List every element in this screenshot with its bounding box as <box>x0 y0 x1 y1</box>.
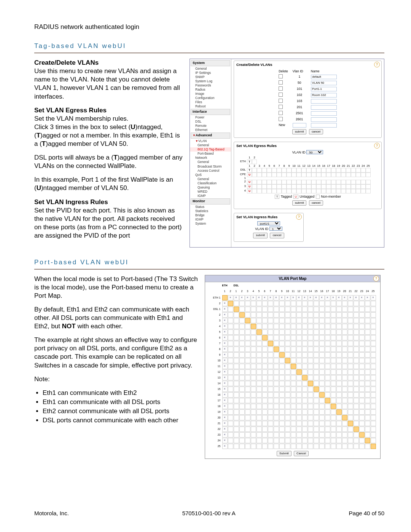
port-map-cell[interactable] <box>331 364 336 369</box>
port-map-cell[interactable] <box>354 358 359 363</box>
tree-item[interactable]: IP Settings <box>190 71 231 75</box>
port-map-cell[interactable] <box>234 324 239 329</box>
port-map-cell[interactable] <box>342 387 347 392</box>
egress-cell[interactable]: U <box>247 184 252 189</box>
port-map-cell[interactable] <box>245 347 250 352</box>
port-map-cell[interactable] <box>268 312 273 318</box>
egress-cell[interactable] <box>361 168 366 173</box>
port-map-cell[interactable] <box>245 318 250 323</box>
port-map-cell[interactable] <box>296 438 302 443</box>
port-map-cell[interactable] <box>296 409 302 415</box>
egress-cell[interactable] <box>341 180 346 184</box>
port-map-cell[interactable] <box>222 329 228 335</box>
egress-cell[interactable] <box>316 189 321 193</box>
port-map-cell[interactable] <box>365 324 370 329</box>
port-map-cell[interactable] <box>325 432 330 438</box>
port-map-cell[interactable] <box>336 358 342 363</box>
port-map-cell[interactable] <box>291 312 296 318</box>
port-map-cell[interactable] <box>296 307 302 312</box>
port-map-cell[interactable] <box>348 415 353 420</box>
port-map-cell[interactable] <box>308 421 313 426</box>
port-map-cell[interactable] <box>371 392 376 398</box>
port-map-cell[interactable] <box>268 335 273 340</box>
port-map-cell[interactable] <box>239 341 245 346</box>
port-map-cell[interactable] <box>245 301 250 306</box>
port-map-cell[interactable] <box>296 369 302 375</box>
port-map-cell[interactable] <box>222 335 228 340</box>
port-map-cell[interactable] <box>262 312 268 318</box>
port-map-cell[interactable] <box>354 387 359 392</box>
port-map-cell[interactable] <box>302 369 307 375</box>
port-map-cell[interactable] <box>325 364 330 369</box>
port-map-cell[interactable] <box>296 444 302 449</box>
port-map-cell[interactable] <box>302 324 307 329</box>
port-map-cell[interactable] <box>222 358 228 363</box>
port-map-cell[interactable] <box>371 301 376 306</box>
port-map-cell[interactable] <box>262 335 268 340</box>
port-map-cell[interactable] <box>359 404 365 409</box>
port-map-cell[interactable] <box>308 318 313 323</box>
tree-item[interactable]: System Log <box>190 79 231 83</box>
port-map-cell[interactable] <box>314 415 319 420</box>
port-map-cell[interactable] <box>245 352 250 358</box>
port-map-cell[interactable] <box>228 347 233 352</box>
egress-cell[interactable] <box>336 173 341 177</box>
port-map-cell[interactable] <box>228 295 233 300</box>
port-map-cell[interactable] <box>331 444 336 449</box>
port-map-cell[interactable] <box>291 369 296 375</box>
egress-cell[interactable] <box>306 168 311 173</box>
port-map-cell[interactable] <box>291 295 296 300</box>
port-map-cell[interactable] <box>251 432 256 438</box>
port-map-cell[interactable] <box>336 301 342 306</box>
port-map-cell[interactable] <box>291 421 296 426</box>
port-map-cell[interactable] <box>285 295 290 300</box>
port-map-cell[interactable] <box>245 358 250 363</box>
port-map-cell[interactable] <box>359 392 365 398</box>
port-map-cell[interactable] <box>371 335 376 340</box>
egress-cell[interactable] <box>331 173 336 177</box>
port-map-cell[interactable] <box>279 387 285 392</box>
port-map-cell[interactable] <box>308 398 313 403</box>
port-map-cell[interactable] <box>234 347 239 352</box>
port-map-cell[interactable] <box>268 421 273 426</box>
port-map-cell[interactable] <box>325 347 330 352</box>
port-map-cell[interactable] <box>279 318 285 323</box>
delete-checkbox[interactable] <box>279 105 283 109</box>
port-map-cell[interactable] <box>262 364 268 369</box>
port-map-cell[interactable] <box>285 301 290 306</box>
port-map-cell[interactable] <box>365 392 370 398</box>
egress-cell[interactable] <box>326 189 331 193</box>
port-map-cell[interactable] <box>314 358 319 363</box>
port-map-cell[interactable] <box>262 352 268 358</box>
port-map-cell[interactable] <box>342 318 347 323</box>
port-map-cell[interactable] <box>325 381 330 386</box>
egress-cell[interactable] <box>366 189 371 193</box>
port-map-cell[interactable] <box>274 427 279 432</box>
port-map-cell[interactable] <box>314 341 319 346</box>
port-map-cell[interactable] <box>256 295 262 300</box>
port-map-cell[interactable] <box>291 392 296 398</box>
port-map-cell[interactable] <box>296 295 302 300</box>
tree-item-qos[interactable]: QoS <box>190 173 231 177</box>
port-map-cell[interactable] <box>291 375 296 380</box>
port-map-cell[interactable] <box>268 375 273 380</box>
egress-cell[interactable] <box>351 168 356 173</box>
port-map-cell[interactable] <box>251 392 256 398</box>
port-map-cell[interactable] <box>348 444 353 449</box>
port-map-cell[interactable] <box>302 335 307 340</box>
egress-cell[interactable] <box>252 180 257 184</box>
port-map-cell[interactable] <box>274 375 279 380</box>
port-map-cell[interactable] <box>371 364 376 369</box>
port-map-cell[interactable] <box>251 427 256 432</box>
port-map-cell[interactable] <box>296 381 302 386</box>
port-map-cell[interactable] <box>256 404 262 409</box>
port-map-cell[interactable] <box>308 352 313 358</box>
port-map-cell[interactable] <box>371 415 376 420</box>
port-map-cell[interactable] <box>268 438 273 443</box>
port-map-cell[interactable] <box>371 329 376 335</box>
tree-item-network[interactable]: Network <box>190 156 231 160</box>
port-map-cell[interactable] <box>285 375 290 380</box>
port-map-cell[interactable] <box>336 381 342 386</box>
tree-item[interactable]: General <box>190 67 231 71</box>
port-map-cell[interactable] <box>319 369 325 375</box>
